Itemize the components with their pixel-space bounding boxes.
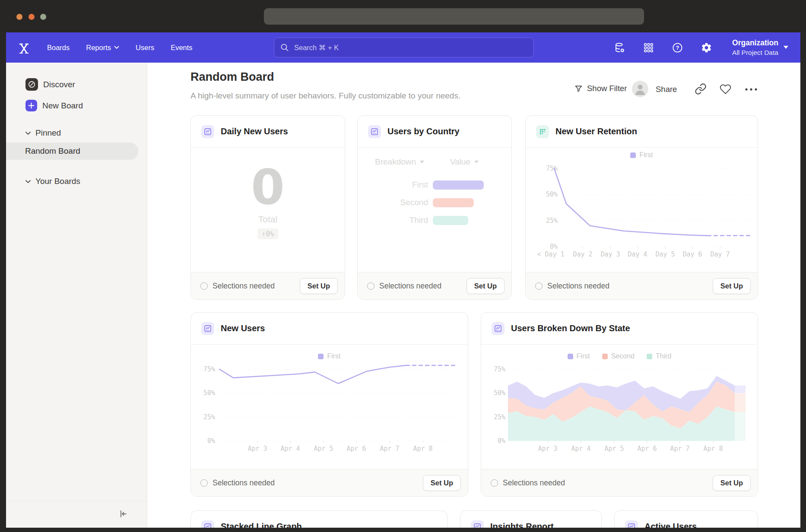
- legend-item[interactable]: First: [630, 151, 653, 159]
- card-body: FirstSecondThird 75%50%25%0%Apr 3Apr 4Ap…: [481, 345, 758, 469]
- metric-label: Total: [258, 214, 277, 225]
- card-users-by-state: Users Broken Down By State FirstSecondTh…: [481, 312, 758, 497]
- svg-text:25%: 25%: [546, 217, 558, 225]
- bar-label: First: [358, 180, 428, 190]
- plus-icon: [25, 100, 37, 111]
- set-up-button[interactable]: Set Up: [300, 278, 338, 294]
- status-text: Selections needed: [213, 282, 275, 291]
- person-icon: [632, 81, 648, 97]
- svg-text:75%: 75%: [494, 365, 505, 373]
- status-text: Selections needed: [503, 478, 565, 488]
- copy-link-icon[interactable]: [695, 83, 707, 95]
- sidebar-item-random-board[interactable]: Random Board: [6, 142, 138, 160]
- legend-label: Second: [611, 352, 635, 360]
- chart-legend: First: [526, 151, 758, 159]
- page-subtitle: A high-level summary of user behaviors. …: [190, 91, 460, 101]
- breakdown-dropdown[interactable]: Breakdown: [375, 157, 424, 167]
- mixpanel-logo[interactable]: [18, 42, 30, 54]
- apps-grid-icon[interactable]: [643, 42, 654, 54]
- window-close-button[interactable]: [16, 14, 22, 20]
- org-switcher[interactable]: Organization All Project Data: [732, 38, 788, 57]
- selection-radio[interactable]: [535, 282, 543, 290]
- show-filter-button[interactable]: Show Filter: [574, 84, 627, 93]
- settings-gear-icon[interactable]: [701, 42, 712, 54]
- window-titlebar: [0, 0, 806, 32]
- collapse-sidebar-icon[interactable]: [117, 507, 130, 520]
- selection-radio[interactable]: [200, 479, 208, 487]
- nav-item-boards[interactable]: Boards: [47, 44, 70, 52]
- share-button[interactable]: Share: [656, 85, 677, 94]
- insights-chart-icon: [492, 322, 505, 335]
- search-input[interactable]: [293, 43, 527, 52]
- country-bar-row: First: [358, 180, 511, 190]
- bar: [433, 216, 468, 225]
- bar: [433, 198, 474, 207]
- card-title: Users Broken Down By State: [511, 323, 630, 333]
- legend-swatch: [602, 354, 608, 359]
- svg-text:Day 3: Day 3: [600, 250, 620, 258]
- card-footer: Selections needed Set Up: [481, 469, 758, 496]
- country-bar-row: Third: [358, 215, 511, 225]
- card-title: New Users: [221, 323, 265, 333]
- value-dropdown[interactable]: Value: [450, 157, 479, 167]
- nav-right-actions: ? Organization All Project Data: [614, 32, 788, 63]
- section-label: Pinned: [35, 128, 61, 138]
- share-label: Share: [656, 85, 677, 94]
- discover-compass-icon: [25, 78, 38, 91]
- svg-text:Apr 8: Apr 8: [413, 445, 432, 453]
- card-new-users: New Users First 75%50%25%0%Apr 3Apr 4Apr…: [190, 312, 468, 497]
- caret-down-icon: [784, 46, 788, 49]
- sidebar-section-pinned[interactable]: Pinned: [25, 128, 61, 138]
- set-up-button[interactable]: Set Up: [713, 278, 751, 294]
- svg-text:?: ?: [676, 44, 679, 51]
- legend-item[interactable]: Second: [602, 352, 635, 360]
- sidebar-item-discover[interactable]: Discover: [25, 78, 75, 91]
- svg-text:75%: 75%: [546, 165, 558, 172]
- window-edge: [0, 528, 806, 532]
- insights-chart-icon: [201, 125, 214, 138]
- bar: [433, 180, 484, 190]
- set-up-button[interactable]: Set Up: [466, 278, 505, 294]
- sidebar-item-new-board[interactable]: New Board: [25, 100, 83, 111]
- nav-menu: Boards Reports Users Events: [47, 44, 193, 52]
- more-options-icon[interactable]: [744, 87, 758, 92]
- window-minimize-button[interactable]: [29, 14, 35, 20]
- nav-item-events[interactable]: Events: [171, 44, 192, 52]
- nav-item-reports[interactable]: Reports: [86, 44, 119, 52]
- dropdown-label: Breakdown: [375, 157, 416, 167]
- card-footer: Selections needed Set Up: [191, 469, 468, 496]
- svg-text:Day 7: Day 7: [710, 250, 730, 258]
- set-up-button[interactable]: Set Up: [713, 475, 751, 491]
- org-name: Organization: [732, 38, 778, 48]
- address-bar[interactable]: [264, 8, 644, 25]
- top-navbar: Boards Reports Users Events: [6, 32, 800, 63]
- set-up-button[interactable]: Set Up: [423, 475, 461, 491]
- insights-chart-icon: [368, 125, 381, 138]
- svg-text:Apr 5: Apr 5: [604, 445, 624, 453]
- selection-radio[interactable]: [200, 282, 208, 290]
- card-body: Breakdown Value FirstSecondThird: [358, 148, 511, 272]
- caret-down-icon: [474, 161, 479, 163]
- sidebar-item-label: New Board: [42, 101, 83, 111]
- sidebar: Discover New Board Pinned Random Board Y…: [6, 63, 147, 528]
- section-label: Your Boards: [35, 177, 80, 186]
- bar-label: Third: [358, 215, 428, 225]
- legend-item[interactable]: Third: [647, 352, 671, 360]
- sidebar-section-your-boards[interactable]: Your Boards: [25, 177, 80, 186]
- show-filter-label: Show Filter: [587, 84, 627, 93]
- help-icon[interactable]: ?: [672, 42, 683, 54]
- retention-line-chart: 75%50%25%0%< Day 1Day 2Day 3Day 4Day 5Da…: [526, 148, 758, 272]
- favorite-heart-icon[interactable]: [720, 83, 731, 95]
- legend-item[interactable]: First: [568, 352, 590, 360]
- legend-item[interactable]: First: [318, 352, 340, 360]
- nav-item-users[interactable]: Users: [136, 44, 154, 52]
- global-search[interactable]: [274, 38, 534, 57]
- svg-text:Apr 3: Apr 3: [248, 445, 267, 453]
- window-zoom-button[interactable]: [40, 14, 46, 20]
- avatar[interactable]: [632, 81, 648, 97]
- card-body: First 75%50%25%0%< Day 1Day 2Day 3Day 4D…: [526, 148, 758, 272]
- selection-radio[interactable]: [491, 479, 498, 487]
- legend-label: Third: [656, 352, 671, 360]
- selection-radio[interactable]: [367, 282, 374, 290]
- data-management-icon[interactable]: [614, 42, 625, 54]
